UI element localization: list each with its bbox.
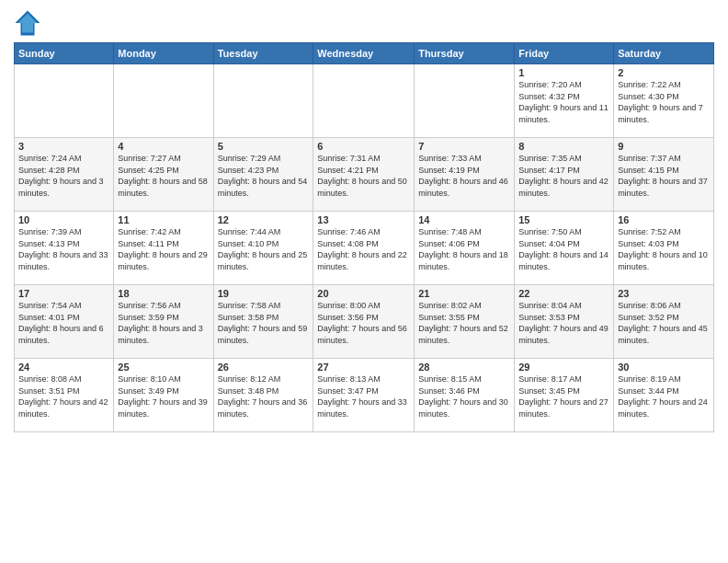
calendar-cell: 20 Sunrise: 8:00 AMSunset: 3:56 PMDaylig…: [313, 285, 415, 359]
calendar-cell: 3 Sunrise: 7:24 AMSunset: 4:28 PMDayligh…: [15, 138, 114, 212]
calendar-cell: 21 Sunrise: 8:02 AMSunset: 3:55 PMDaylig…: [415, 285, 515, 359]
calendar-cell: 16 Sunrise: 7:52 AMSunset: 4:03 PMDaylig…: [614, 212, 714, 285]
calendar-cell: 5 Sunrise: 7:29 AMSunset: 4:23 PMDayligh…: [213, 138, 313, 212]
calendar-body: 1 Sunrise: 7:20 AMSunset: 4:32 PMDayligh…: [15, 64, 714, 432]
day-number: 22: [518, 288, 609, 299]
calendar-header: SundayMondayTuesdayWednesdayThursdayFrid…: [15, 43, 714, 64]
day-number: 25: [118, 362, 209, 373]
day-detail: Sunrise: 8:08 AMSunset: 3:51 PMDaylight:…: [18, 374, 108, 419]
calendar-cell: [114, 64, 213, 138]
day-number: 8: [518, 141, 609, 152]
day-detail: Sunrise: 7:58 AMSunset: 3:58 PMDaylight:…: [218, 301, 308, 345]
calendar-cell: 13 Sunrise: 7:46 AMSunset: 4:08 PMDaylig…: [313, 212, 415, 285]
day-number: 16: [618, 214, 710, 225]
day-number: 11: [118, 214, 209, 225]
day-detail: Sunrise: 7:31 AMSunset: 4:21 PMDaylight:…: [317, 154, 407, 198]
day-number: 27: [317, 362, 410, 373]
day-number: 7: [418, 141, 510, 152]
day-number: 6: [317, 141, 410, 152]
day-number: 15: [518, 214, 609, 225]
day-detail: Sunrise: 8:12 AMSunset: 3:48 PMDaylight:…: [218, 374, 308, 419]
day-detail: Sunrise: 7:20 AMSunset: 4:32 PMDaylight:…: [518, 80, 609, 124]
day-number: 19: [218, 288, 310, 299]
calendar-cell: [213, 64, 313, 138]
logo-icon: [14, 9, 41, 37]
calendar-week: 10 Sunrise: 7:39 AMSunset: 4:13 PMDaylig…: [15, 212, 714, 285]
day-detail: Sunrise: 7:39 AMSunset: 4:13 PMDaylight:…: [18, 227, 108, 271]
day-detail: Sunrise: 7:42 AMSunset: 4:11 PMDaylight:…: [118, 227, 208, 271]
day-number: 2: [618, 67, 710, 78]
calendar-cell: 11 Sunrise: 7:42 AMSunset: 4:11 PMDaylig…: [114, 212, 213, 285]
day-detail: Sunrise: 8:02 AMSunset: 3:55 PMDaylight:…: [418, 301, 508, 345]
calendar-cell: 25 Sunrise: 8:10 AMSunset: 3:49 PMDaylig…: [114, 359, 213, 432]
day-number: 9: [618, 141, 710, 152]
calendar-week: 1 Sunrise: 7:20 AMSunset: 4:32 PMDayligh…: [15, 64, 714, 138]
logo: [14, 9, 45, 37]
day-detail: Sunrise: 7:50 AMSunset: 4:04 PMDaylight:…: [518, 227, 609, 271]
header-row: SundayMondayTuesdayWednesdayThursdayFrid…: [15, 43, 714, 64]
day-detail: Sunrise: 7:29 AMSunset: 4:23 PMDaylight:…: [218, 154, 308, 198]
calendar-cell: 28 Sunrise: 8:15 AMSunset: 3:46 PMDaylig…: [415, 359, 515, 432]
calendar-cell: 24 Sunrise: 8:08 AMSunset: 3:51 PMDaylig…: [15, 359, 114, 432]
day-detail: Sunrise: 7:46 AMSunset: 4:08 PMDaylight:…: [317, 227, 407, 271]
day-detail: Sunrise: 7:56 AMSunset: 3:59 PMDaylight:…: [118, 301, 203, 345]
calendar-cell: [15, 64, 114, 138]
day-detail: Sunrise: 7:24 AMSunset: 4:28 PMDaylight:…: [18, 154, 104, 198]
day-detail: Sunrise: 8:06 AMSunset: 3:52 PMDaylight:…: [618, 301, 708, 345]
day-number: 26: [218, 362, 310, 373]
calendar-cell: 27 Sunrise: 8:13 AMSunset: 3:47 PMDaylig…: [313, 359, 415, 432]
day-detail: Sunrise: 7:35 AMSunset: 4:17 PMDaylight:…: [518, 154, 609, 198]
header-day: Saturday: [614, 43, 714, 64]
day-number: 20: [317, 288, 410, 299]
calendar-cell: 22 Sunrise: 8:04 AMSunset: 3:53 PMDaylig…: [515, 285, 614, 359]
day-detail: Sunrise: 8:17 AMSunset: 3:45 PMDaylight:…: [518, 374, 609, 419]
day-number: 13: [317, 214, 410, 225]
day-detail: Sunrise: 8:00 AMSunset: 3:56 PMDaylight:…: [317, 301, 407, 345]
calendar-week: 17 Sunrise: 7:54 AMSunset: 4:01 PMDaylig…: [15, 285, 714, 359]
page: SundayMondayTuesdayWednesdayThursdayFrid…: [0, 0, 728, 563]
calendar-cell: 6 Sunrise: 7:31 AMSunset: 4:21 PMDayligh…: [313, 138, 415, 212]
calendar-cell: 1 Sunrise: 7:20 AMSunset: 4:32 PMDayligh…: [515, 64, 614, 138]
calendar-cell: 12 Sunrise: 7:44 AMSunset: 4:10 PMDaylig…: [213, 212, 313, 285]
header-day: Wednesday: [313, 43, 415, 64]
day-detail: Sunrise: 8:15 AMSunset: 3:46 PMDaylight:…: [418, 374, 508, 419]
calendar-cell: 15 Sunrise: 7:50 AMSunset: 4:04 PMDaylig…: [515, 212, 614, 285]
calendar-cell: [313, 64, 415, 138]
day-number: 29: [518, 362, 609, 373]
day-detail: Sunrise: 7:37 AMSunset: 4:15 PMDaylight:…: [618, 154, 708, 198]
day-number: 12: [218, 214, 310, 225]
day-detail: Sunrise: 8:04 AMSunset: 3:53 PMDaylight:…: [518, 301, 609, 345]
header-day: Friday: [515, 43, 614, 64]
day-detail: Sunrise: 7:52 AMSunset: 4:03 PMDaylight:…: [618, 227, 708, 271]
header-day: Thursday: [415, 43, 515, 64]
calendar-week: 3 Sunrise: 7:24 AMSunset: 4:28 PMDayligh…: [15, 138, 714, 212]
day-detail: Sunrise: 7:48 AMSunset: 4:06 PMDaylight:…: [418, 227, 508, 271]
day-number: 4: [118, 141, 209, 152]
day-number: 23: [618, 288, 710, 299]
calendar-cell: 4 Sunrise: 7:27 AMSunset: 4:25 PMDayligh…: [114, 138, 213, 212]
day-detail: Sunrise: 8:10 AMSunset: 3:49 PMDaylight:…: [118, 374, 208, 419]
header-day: Monday: [114, 43, 213, 64]
day-number: 21: [418, 288, 510, 299]
day-detail: Sunrise: 7:54 AMSunset: 4:01 PMDaylight:…: [18, 301, 104, 345]
calendar-cell: 18 Sunrise: 7:56 AMSunset: 3:59 PMDaylig…: [114, 285, 213, 359]
calendar-cell: 23 Sunrise: 8:06 AMSunset: 3:52 PMDaylig…: [614, 285, 714, 359]
calendar-cell: 9 Sunrise: 7:37 AMSunset: 4:15 PMDayligh…: [614, 138, 714, 212]
day-number: 1: [518, 67, 609, 78]
day-number: 28: [418, 362, 510, 373]
calendar-cell: 17 Sunrise: 7:54 AMSunset: 4:01 PMDaylig…: [15, 285, 114, 359]
calendar-week: 24 Sunrise: 8:08 AMSunset: 3:51 PMDaylig…: [15, 359, 714, 432]
day-detail: Sunrise: 8:13 AMSunset: 3:47 PMDaylight:…: [317, 374, 407, 419]
day-number: 5: [218, 141, 310, 152]
day-number: 14: [418, 214, 510, 225]
calendar-cell: 26 Sunrise: 8:12 AMSunset: 3:48 PMDaylig…: [213, 359, 313, 432]
day-detail: Sunrise: 7:44 AMSunset: 4:10 PMDaylight:…: [218, 227, 308, 271]
header-day: Sunday: [15, 43, 114, 64]
day-detail: Sunrise: 7:27 AMSunset: 4:25 PMDaylight:…: [118, 154, 208, 198]
day-number: 10: [18, 214, 109, 225]
calendar-cell: 8 Sunrise: 7:35 AMSunset: 4:17 PMDayligh…: [515, 138, 614, 212]
calendar-cell: 10 Sunrise: 7:39 AMSunset: 4:13 PMDaylig…: [15, 212, 114, 285]
calendar-cell: 30 Sunrise: 8:19 AMSunset: 3:44 PMDaylig…: [614, 359, 714, 432]
day-number: 24: [18, 362, 109, 373]
calendar-cell: 29 Sunrise: 8:17 AMSunset: 3:45 PMDaylig…: [515, 359, 614, 432]
